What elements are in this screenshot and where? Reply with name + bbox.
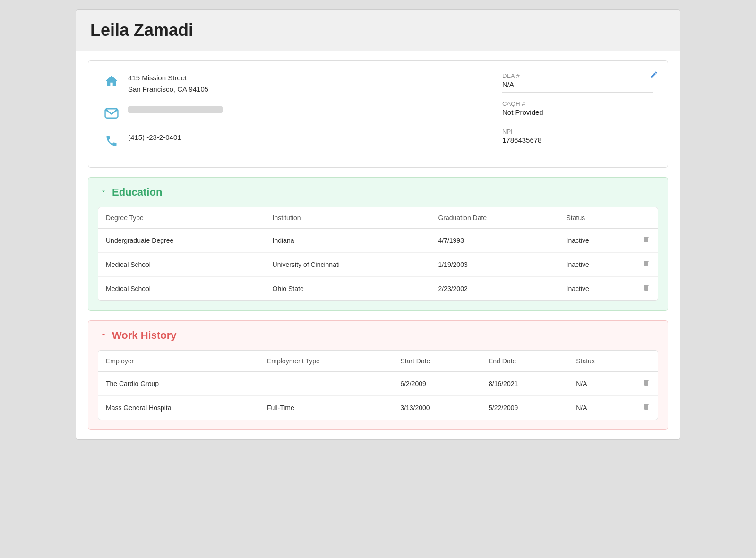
work-employer: The Cardio Group xyxy=(98,372,259,396)
dea-label: DEA # xyxy=(502,72,653,79)
work-col-end-date: End Date xyxy=(481,351,568,372)
edu-status: Inactive xyxy=(559,277,635,301)
education-col-status: Status xyxy=(559,207,635,229)
work-history-table-row: The Cardio Group 6/2/2009 8/16/2021 N/A xyxy=(98,372,658,396)
education-col-delete xyxy=(635,207,658,229)
page-container: Leila Zamadi 415 Mission Street San Fran… xyxy=(76,9,680,440)
work-history-section-header[interactable]: Work History xyxy=(88,321,668,350)
education-chevron-icon xyxy=(100,188,107,197)
work-history-section: Work History Employer Employment Type St… xyxy=(88,320,668,430)
npi-field: NPI 1786435678 xyxy=(502,128,653,148)
npi-label: NPI xyxy=(502,128,653,135)
edu-status: Inactive xyxy=(559,229,635,253)
phone-row: (415) -23-2-0401 xyxy=(103,132,473,150)
caqh-value: Not Provided xyxy=(502,108,653,120)
work-employer: Mass General Hospital xyxy=(98,396,259,420)
dea-value: N/A xyxy=(502,80,653,93)
address-line1: 415 Mission Street xyxy=(128,72,208,84)
phone-value: (415) -23-2-0401 xyxy=(128,132,181,143)
work-delete-button[interactable] xyxy=(635,372,658,396)
work-history-table-row: Mass General Hospital Full-Time 3/13/200… xyxy=(98,396,658,420)
contact-right: DEA # N/A CAQH # Not Provided NPI 178643… xyxy=(488,61,668,167)
edu-institution: Indiana xyxy=(265,229,431,253)
caqh-label: CAQH # xyxy=(502,100,653,107)
edu-institution: University of Cincinnati xyxy=(265,253,431,277)
work-status: N/A xyxy=(568,396,635,420)
header: Leila Zamadi xyxy=(76,10,680,51)
education-table: Degree Type Institution Graduation Date … xyxy=(98,207,658,300)
work-history-table-container: Employer Employment Type Start Date End … xyxy=(98,350,658,420)
work-col-status: Status xyxy=(568,351,635,372)
edu-graduation-date: 2/23/2002 xyxy=(430,277,558,301)
work-start-date: 6/2/2009 xyxy=(393,372,481,396)
edu-institution: Ohio State xyxy=(265,277,431,301)
address-line2: San Francisco, CA 94105 xyxy=(128,84,208,95)
work-col-employer: Employer xyxy=(98,351,259,372)
edu-graduation-date: 1/19/2003 xyxy=(430,253,558,277)
phone-text: (415) -23-2-0401 xyxy=(128,132,181,143)
npi-value: 1786435678 xyxy=(502,136,653,148)
work-history-table: Employer Employment Type Start Date End … xyxy=(98,351,658,420)
work-delete-button[interactable] xyxy=(635,396,658,420)
education-section: Education Degree Type Institution Gradua… xyxy=(88,177,668,311)
edu-delete-button[interactable] xyxy=(635,229,658,253)
address-row: 415 Mission Street San Francisco, CA 941… xyxy=(103,72,473,95)
work-history-section-title: Work History xyxy=(112,329,177,342)
home-icon xyxy=(103,72,120,90)
education-col-graduation: Graduation Date xyxy=(430,207,558,229)
education-col-institution: Institution xyxy=(265,207,431,229)
page-title: Leila Zamadi xyxy=(90,20,666,40)
education-section-title: Education xyxy=(112,186,162,198)
work-employment-type: Full-Time xyxy=(259,396,393,420)
edit-icon[interactable] xyxy=(650,70,658,81)
work-status: N/A xyxy=(568,372,635,396)
email-text xyxy=(128,104,223,113)
education-table-container: Degree Type Institution Graduation Date … xyxy=(98,207,658,301)
email-row xyxy=(103,104,473,122)
education-table-header-row: Degree Type Institution Graduation Date … xyxy=(98,207,658,229)
edu-delete-button[interactable] xyxy=(635,253,658,277)
work-history-header-row: Employer Employment Type Start Date End … xyxy=(98,351,658,372)
edu-degree-type: Medical School xyxy=(98,277,265,301)
education-section-header[interactable]: Education xyxy=(88,178,668,207)
work-employment-type xyxy=(259,372,393,396)
address-text: 415 Mission Street San Francisco, CA 941… xyxy=(128,72,208,95)
work-end-date: 8/16/2021 xyxy=(481,372,568,396)
edu-status: Inactive xyxy=(559,253,635,277)
edu-graduation-date: 4/7/1993 xyxy=(430,229,558,253)
work-col-start-date: Start Date xyxy=(393,351,481,372)
education-table-row: Medical School Ohio State 2/23/2002 Inac… xyxy=(98,277,658,301)
email-value xyxy=(128,106,223,113)
edu-degree-type: Undergraduate Degree xyxy=(98,229,265,253)
contact-left: 415 Mission Street San Francisco, CA 941… xyxy=(88,61,488,167)
work-col-employment-type: Employment Type xyxy=(259,351,393,372)
work-col-delete xyxy=(635,351,658,372)
edu-delete-button[interactable] xyxy=(635,277,658,301)
work-end-date: 5/22/2009 xyxy=(481,396,568,420)
education-table-row: Medical School University of Cincinnati … xyxy=(98,253,658,277)
dea-field: DEA # N/A xyxy=(502,72,653,93)
edu-degree-type: Medical School xyxy=(98,253,265,277)
education-col-degree: Degree Type xyxy=(98,207,265,229)
contact-card: 415 Mission Street San Francisco, CA 941… xyxy=(88,60,668,168)
mail-icon xyxy=(103,104,120,122)
education-table-row: Undergraduate Degree Indiana 4/7/1993 In… xyxy=(98,229,658,253)
work-start-date: 3/13/2000 xyxy=(393,396,481,420)
work-history-chevron-icon xyxy=(100,331,107,340)
caqh-field: CAQH # Not Provided xyxy=(502,100,653,120)
phone-icon xyxy=(103,132,120,150)
